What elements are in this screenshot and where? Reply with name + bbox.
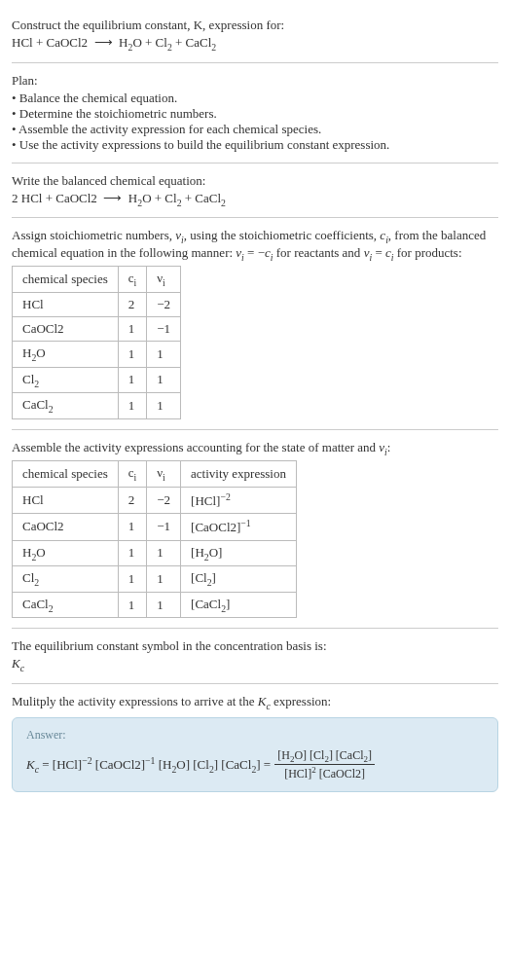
cell-nui: 1 <box>147 566 181 593</box>
multiply-block: Mulitply the activity expressions to arr… <box>12 688 498 798</box>
cell-activity: [HCl]−2 <box>181 487 297 513</box>
kc-numerator: [H2O] [Cl2] [CaCl2] <box>274 748 375 765</box>
cell-activity: [CaCl2] <box>181 592 297 618</box>
cell-species: H2O <box>13 540 119 566</box>
kc-fraction: [H2O] [Cl2] [CaCl2] [HCl]2 [CaOCl2] <box>274 748 375 781</box>
cell-nui: −2 <box>147 487 181 513</box>
cell-ci: 2 <box>118 292 147 316</box>
divider <box>12 683 498 684</box>
col-nui: νi <box>147 461 181 488</box>
table-row: H2O 1 1 <box>13 341 181 367</box>
cell-ci: 1 <box>118 367 147 393</box>
col-nui: νi <box>147 267 181 293</box>
cell-species: CaCl2 <box>13 592 119 618</box>
cell-nui: 1 <box>147 540 181 566</box>
activity-intro: Assemble the activity expressions accoun… <box>12 440 498 457</box>
cell-species: HCl <box>13 292 119 316</box>
cell-ci: 1 <box>118 341 147 367</box>
plan-list: Balance the chemical equation. Determine… <box>12 91 498 153</box>
plan-item: Assemble the activity expression for eac… <box>12 122 498 137</box>
cell-ci: 1 <box>118 540 147 566</box>
activity-block: Assemble the activity expressions accoun… <box>12 434 498 625</box>
table-header-row: chemical species ci νi activity expressi… <box>13 461 297 488</box>
kc-expression: Kc = [HCl]−2 [CaOCl2]−1 [H2O] [Cl2] [CaC… <box>26 748 484 781</box>
cell-activity: [H2O] <box>181 540 297 566</box>
divider <box>12 163 498 163</box>
col-ci: ci <box>118 267 147 293</box>
cell-activity: [Cl2] <box>181 566 297 593</box>
table-row: CaOCl2 1 −1 <box>13 316 181 341</box>
kc-lhs: Kc = [HCl]−2 [CaOCl2]−1 [H2O] [Cl2] [CaC… <box>26 755 271 775</box>
stoich-intro: Assign stoichiometric numbers, νi, using… <box>12 228 498 262</box>
header-prompt: Construct the equilibrium constant, K, e… <box>12 18 498 33</box>
plan-item: Balance the chemical equation. <box>12 91 498 106</box>
cell-nui: 1 <box>147 592 181 618</box>
balanced-equation: 2 HCl + CaOCl2 ⟶ H2O + Cl2 + CaCl2 <box>12 191 498 208</box>
symbol-line1: The equilibrium constant symbol in the c… <box>12 638 498 654</box>
table-row: Cl2 1 1 <box>13 367 181 393</box>
symbol-line2: Kc <box>12 656 498 673</box>
cell-species: H2O <box>13 341 119 367</box>
kc-denominator: [HCl]2 [CaOCl2] <box>281 765 368 781</box>
cell-nui: −1 <box>147 316 181 341</box>
cell-species: CaOCl2 <box>13 316 119 341</box>
cell-nui: −1 <box>147 514 181 540</box>
balanced-title: Write the balanced chemical equation: <box>12 173 498 189</box>
col-species: chemical species <box>13 461 119 488</box>
symbol-block: The equilibrium constant symbol in the c… <box>12 633 498 679</box>
divider <box>12 217 498 218</box>
stoich-block: Assign stoichiometric numbers, νi, using… <box>12 222 498 425</box>
cell-ci: 1 <box>118 316 147 341</box>
stoich-table: chemical species ci νi HCl 2 −2 CaOCl2 1… <box>12 266 181 418</box>
cell-species: Cl2 <box>13 566 119 593</box>
cell-species: CaCl2 <box>13 393 119 419</box>
table-row: CaCl2 1 1 <box>13 393 181 419</box>
cell-ci: 1 <box>118 566 147 593</box>
cell-ci: 1 <box>118 592 147 618</box>
table-row: HCl 2 −2 [HCl]−2 <box>13 487 297 513</box>
cell-ci: 1 <box>118 393 147 419</box>
cell-nui: 1 <box>147 341 181 367</box>
divider <box>12 628 498 629</box>
plan-block: Plan: Balance the chemical equation. Det… <box>12 67 498 159</box>
cell-activity: [CaOCl2]−1 <box>181 514 297 540</box>
table-row: CaCl2 1 1 [CaCl2] <box>13 592 297 618</box>
plan-title: Plan: <box>12 73 498 89</box>
cell-species: Cl2 <box>13 367 119 393</box>
header-equation: HCl + CaOCl2 ⟶ H2O + Cl2 + CaCl2 <box>12 35 498 53</box>
cell-nui: 1 <box>147 393 181 419</box>
table-row: HCl 2 −2 <box>13 292 181 316</box>
header-block: Construct the equilibrium constant, K, e… <box>12 12 498 58</box>
plan-item: Use the activity expressions to build th… <box>12 137 498 153</box>
cell-ci: 2 <box>118 487 147 513</box>
cell-nui: 1 <box>147 367 181 393</box>
col-species: chemical species <box>13 267 119 293</box>
cell-species: CaOCl2 <box>13 514 119 540</box>
plan-item: Determine the stoichiometric numbers. <box>12 106 498 122</box>
divider <box>12 62 498 63</box>
multiply-text: Mulitply the activity expressions to arr… <box>12 694 498 711</box>
table-header-row: chemical species ci νi <box>13 267 181 293</box>
table-row: CaOCl2 1 −1 [CaOCl2]−1 <box>13 514 297 540</box>
divider <box>12 429 498 430</box>
balanced-block: Write the balanced chemical equation: 2 … <box>12 167 498 214</box>
cell-ci: 1 <box>118 514 147 540</box>
col-ci: ci <box>118 461 147 488</box>
col-activity: activity expression <box>181 461 297 488</box>
cell-species: HCl <box>13 487 119 513</box>
answer-box: Answer: Kc = [HCl]−2 [CaOCl2]−1 [H2O] [C… <box>12 717 498 792</box>
activity-table: chemical species ci νi activity expressi… <box>12 460 297 618</box>
table-row: Cl2 1 1 [Cl2] <box>13 566 297 593</box>
answer-label: Answer: <box>26 728 484 743</box>
cell-nui: −2 <box>147 292 181 316</box>
table-row: H2O 1 1 [H2O] <box>13 540 297 566</box>
